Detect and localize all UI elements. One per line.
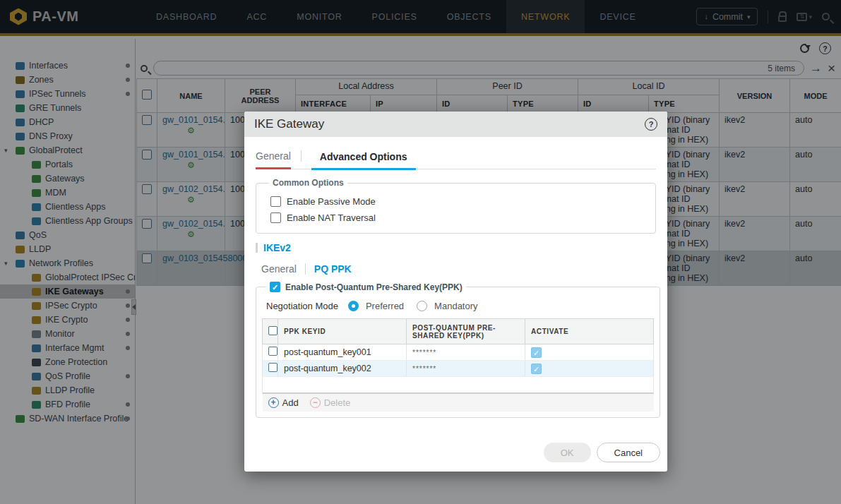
common-options-group: Common Options Enable Passive Mode Enabl… — [256, 178, 656, 234]
ppk-keyid-cell[interactable]: post-quantum_key002 — [278, 361, 407, 377]
preferred-radio[interactable] — [348, 301, 359, 311]
modal-help-icon[interactable]: ? — [645, 118, 657, 131]
mandatory-radio[interactable] — [417, 301, 427, 311]
enable-passive-mode-label: Enable Passive Mode — [287, 196, 376, 207]
activate-checkbox[interactable]: ✓ — [531, 347, 542, 358]
preferred-label: Preferred — [366, 301, 404, 311]
divider — [305, 263, 306, 275]
enable-nat-traversal-checkbox[interactable] — [270, 212, 281, 223]
add-button[interactable]: + Add — [268, 397, 299, 408]
ppk-header-row: PPK KEYID POST-QUANTUM PRE-SHARED KEY(PP… — [263, 319, 654, 344]
activate-checkbox[interactable]: ✓ — [531, 364, 542, 374]
pa-vm-app: PA-VM DASHBOARD ACC MONITOR POLICIES OBJ… — [0, 0, 841, 504]
enable-ppk-label: Enable Post-Quantum Pre-Shared Key(PPK) — [285, 282, 463, 292]
tab-advanced-options[interactable]: Advanced Options — [311, 151, 416, 170]
ppk-keyid-cell[interactable]: post-quantum_key001 — [278, 344, 407, 361]
ikev2-label: IKEv2 — [263, 242, 291, 253]
divider — [256, 243, 258, 253]
modal-tabs: General Advanced Options — [256, 147, 656, 169]
ikev2-section-header: IKEv2 — [256, 242, 656, 253]
pq-ppk-group: ✓ Enable Post-Quantum Pre-Shared Key(PPK… — [256, 282, 660, 418]
plus-circle-icon: + — [268, 397, 279, 408]
modal-body: Common Options Enable Passive Mode Enabl… — [244, 169, 667, 418]
enable-nat-traversal-label: Enable NAT Traversal — [287, 212, 376, 223]
ppk-select-all-checkbox[interactable] — [268, 326, 278, 335]
ppk-table: PPK KEYID POST-QUANTUM PRE-SHARED KEY(PP… — [262, 318, 654, 393]
ppk-col-keyid[interactable]: PPK KEYID — [278, 319, 407, 344]
modal-footer: OK Cancel — [544, 443, 660, 462]
ppk-row-checkbox[interactable] — [268, 347, 278, 356]
ppk-empty-space — [263, 377, 654, 393]
enable-nat-traversal-row: Enable NAT Traversal — [270, 212, 647, 223]
delete-button[interactable]: − Delete — [310, 397, 351, 408]
tab-general[interactable]: General — [256, 150, 291, 169]
ppk-key-masked: ******* — [412, 365, 436, 373]
negotiation-mode-row: Negotiation Mode Preferred Mandatory — [266, 301, 654, 311]
ikev2-subtabs: General PQ PPK — [261, 263, 656, 275]
ppk-col-activate[interactable]: ACTIVATE — [525, 319, 654, 344]
ppk-col-key[interactable]: POST-QUANTUM PRE-SHARED KEY(PPK) — [407, 319, 525, 344]
enable-passive-mode-checkbox[interactable] — [270, 196, 281, 207]
common-options-legend: Common Options — [269, 178, 347, 188]
subtab-general[interactable]: General — [261, 263, 297, 275]
ppk-row[interactable]: post-quantum_key002 ******* ✓ — [263, 361, 654, 377]
modal-header: IKE Gateway ? — [244, 112, 667, 137]
ppk-key-masked: ******* — [412, 349, 436, 356]
divider — [301, 150, 302, 162]
minus-circle-icon: − — [310, 397, 321, 408]
ppk-row-checkbox[interactable] — [268, 363, 278, 372]
pq-ppk-legend: ✓ Enable Post-Quantum Pre-Shared Key(PPK… — [266, 282, 466, 292]
enable-passive-mode-row: Enable Passive Mode — [270, 196, 647, 207]
modal-title: IKE Gateway — [254, 117, 324, 131]
ok-button[interactable]: OK — [544, 443, 591, 462]
ppk-row[interactable]: post-quantum_key001 ******* ✓ — [263, 344, 654, 361]
subtab-pq-ppk[interactable]: PQ PPK — [314, 263, 352, 275]
ike-gateway-modal: IKE Gateway ? General Advanced Options C… — [244, 112, 667, 472]
negotiation-mode-label: Negotiation Mode — [266, 301, 338, 311]
cancel-button[interactable]: Cancel — [597, 443, 660, 462]
mandatory-label: Mandatory — [434, 301, 477, 311]
ppk-table-footer: + Add − Delete — [263, 393, 654, 412]
enable-ppk-checkbox[interactable]: ✓ — [270, 282, 280, 292]
